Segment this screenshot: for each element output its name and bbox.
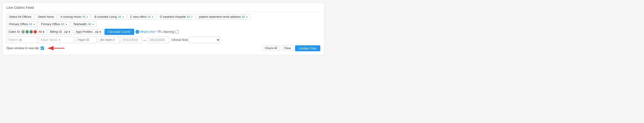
red-arrow-icon bbox=[46, 45, 65, 52]
dot-darkgray bbox=[30, 30, 33, 33]
primary-office-2-chevron: ▾ bbox=[66, 23, 67, 26]
dot-green bbox=[26, 30, 29, 33]
open-window-section: Open window in new tab bbox=[6, 45, 65, 52]
patient-stmt-all: All bbox=[242, 15, 245, 18]
panel-title: Live Claims Feed bbox=[6, 5, 320, 12]
select-all-offices-button[interactable]: Select All Offices bbox=[6, 14, 34, 20]
primary-office-2-label: Primary Office bbox=[41, 22, 60, 26]
appt-profiles-section: Appt Profiles: All ▾ bbox=[74, 29, 103, 35]
live-claims-feed-panel: Live Claims Feed Select All Offices Sele… bbox=[2, 2, 324, 55]
bottom-row: Open window in new tab Check All Clear U… bbox=[6, 45, 320, 52]
new-office-all: All bbox=[147, 15, 151, 18]
new-office-label: C new office bbox=[130, 15, 146, 18]
telehealth-button[interactable]: Telehealth All ▾ bbox=[71, 21, 96, 27]
patient-stmt-button[interactable]: patient statement remit address All ▾ bbox=[196, 14, 250, 20]
patient-field[interactable]: Patient ⊞ bbox=[6, 37, 37, 43]
payer-name-field[interactable]: Payer Name ▼ bbox=[38, 37, 74, 43]
billing-st-section: Billing St: All ▾ bbox=[48, 29, 72, 35]
telehealth-all: All bbox=[88, 22, 91, 26]
payer-name-placeholder: Payer Name bbox=[41, 38, 57, 42]
status-dots bbox=[22, 30, 37, 33]
bottom-right-actions: Check All Clear Update Filter bbox=[262, 45, 320, 51]
telehealth-label: Telehealth bbox=[73, 22, 87, 26]
dot-red bbox=[34, 30, 37, 33]
primary-office-1-all: All bbox=[29, 22, 32, 26]
assisted-living-chevron: ▾ bbox=[122, 16, 124, 18]
date-to-field[interactable] bbox=[148, 37, 169, 43]
open-window-checkbox[interactable] bbox=[41, 47, 44, 50]
payer-name-chevron: ▼ bbox=[58, 39, 60, 41]
inpatient-hospital-button[interactable]: D Inpatient Hospital All ▾ bbox=[157, 14, 195, 20]
clear-button[interactable]: Clear bbox=[281, 45, 294, 51]
billing-st-all[interactable]: All bbox=[64, 30, 67, 34]
row-offices: Select All Offices Select None A nursing… bbox=[6, 14, 320, 20]
date-range-section: — bbox=[121, 37, 169, 43]
nursing-home-all: All bbox=[82, 15, 86, 18]
new-office-button[interactable]: C new office All ▾ bbox=[128, 14, 156, 20]
patient-stmt-label: patient statement remit address bbox=[199, 15, 240, 18]
select-none-button[interactable]: Select None bbox=[35, 14, 57, 20]
check-all-button[interactable]: Check All bbox=[262, 45, 280, 51]
tfl-label: TFL Warning bbox=[157, 30, 174, 33]
patient-stmt-chevron: ▾ bbox=[246, 16, 248, 18]
appt-label: Appt Profiles: bbox=[76, 30, 93, 33]
appt-all[interactable]: All bbox=[95, 30, 98, 34]
inpatient-all: All bbox=[186, 15, 190, 18]
nursing-home-label: A nursing home bbox=[60, 15, 81, 18]
claim-st-label: Claim St bbox=[8, 30, 20, 33]
dot-gray bbox=[22, 30, 25, 33]
row-claim-status: Claim St All ▾ Billing St: All ▾ Appt Pr… bbox=[6, 29, 320, 35]
assisted-living-button[interactable]: B Assisted Living All ▾ bbox=[92, 14, 126, 20]
row-filters: Patient ⊞ Payer Name ▼ — Clinical Note bbox=[6, 37, 320, 43]
inpatient-chevron: ▾ bbox=[191, 16, 192, 18]
claim-st-chevron: ▾ bbox=[43, 30, 44, 34]
new-office-chevron: ▾ bbox=[152, 16, 153, 18]
info-icon: i bbox=[136, 30, 139, 34]
nursing-home-button[interactable]: A nursing home All ▾ bbox=[58, 14, 91, 20]
date-from-field[interactable] bbox=[121, 37, 142, 43]
patient-placeholder: Patient bbox=[8, 38, 18, 42]
open-window-label: Open window in new tab bbox=[6, 47, 39, 50]
tfl-warning-checkbox[interactable] bbox=[176, 30, 179, 33]
appt-chevron: ▾ bbox=[100, 30, 101, 34]
primary-office-2-button[interactable]: Primary Office All ▾ bbox=[38, 21, 70, 27]
row-primary-offices: Primary Office All ▾ Primary Office All … bbox=[6, 21, 320, 27]
date-dash: — bbox=[143, 38, 146, 42]
claim-status-section: Claim St All ▾ bbox=[6, 29, 47, 35]
update-filter-button[interactable]: Update Filter bbox=[295, 45, 320, 51]
whats-this-label: What's this? bbox=[140, 30, 156, 33]
assisted-living-label: B Assisted Living bbox=[94, 15, 117, 18]
billing-st-chevron: ▾ bbox=[68, 30, 70, 34]
inpatient-label: D Inpatient Hospital bbox=[160, 15, 186, 18]
nursing-home-chevron: ▾ bbox=[87, 16, 88, 18]
patient-grid-icon: ⊞ bbox=[19, 38, 22, 42]
calculate-counts-button[interactable]: Calculate Counts bbox=[104, 29, 134, 35]
clinical-note-select[interactable] bbox=[189, 37, 220, 43]
billing-st-label: Billing St: bbox=[50, 30, 62, 33]
primary-office-1-chevron: ▾ bbox=[34, 23, 35, 26]
primary-office-2-all: All bbox=[61, 22, 64, 26]
assisted-living-all: All bbox=[118, 15, 121, 18]
whats-this-link[interactable]: i What's this? bbox=[136, 30, 156, 34]
telehealth-chevron: ▾ bbox=[92, 23, 94, 26]
clinical-note-label: Clinical Note bbox=[171, 38, 188, 42]
drc-claim-field[interactable] bbox=[98, 37, 120, 43]
claim-st-all[interactable]: All bbox=[38, 30, 42, 33]
tfl-warning-section: TFL Warning bbox=[157, 30, 178, 33]
payer-id-field[interactable] bbox=[76, 37, 97, 43]
primary-office-1-button[interactable]: Primary Office All ▾ bbox=[6, 21, 37, 27]
primary-office-1-label: Primary Office bbox=[9, 22, 28, 26]
